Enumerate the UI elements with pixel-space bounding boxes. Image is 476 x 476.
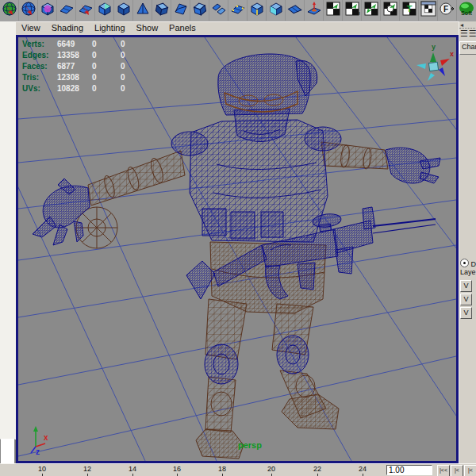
poly-count-hud: Verts:664900 Edges:1335800 Faces:687700 … bbox=[22, 39, 144, 94]
time-tick: 10 bbox=[34, 465, 50, 476]
time-slider[interactable]: 10 12 14 16 18 20 22 24 |<< |< |< bbox=[0, 463, 476, 476]
shelf-icon-poly-face[interactable] bbox=[267, 0, 286, 21]
radio-icon bbox=[460, 259, 469, 267]
planes-icon bbox=[211, 1, 227, 17]
shelf-icon-uv-checker-circle[interactable] bbox=[381, 0, 400, 21]
shelf-icon-poly-vertices[interactable] bbox=[228, 0, 248, 21]
time-tick: 14 bbox=[125, 465, 140, 476]
menu-view[interactable]: View bbox=[16, 22, 46, 33]
layer-row: V bbox=[460, 280, 476, 292]
go-to-start-button[interactable]: |<< bbox=[437, 465, 450, 476]
channels-tab[interactable]: Chan bbox=[459, 41, 476, 55]
right-hand bbox=[386, 148, 440, 183]
soft-label: Soft bbox=[461, 10, 472, 16]
step-back-frame-button[interactable]: |< bbox=[464, 465, 476, 476]
cube-icon bbox=[97, 1, 113, 17]
checker-icon: Map bbox=[344, 1, 360, 17]
menu-panels[interactable]: Panels bbox=[163, 22, 202, 33]
perspective-viewport[interactable]: Verts:664900 Edges:1335800 Faces:687700 … bbox=[16, 35, 459, 463]
current-frame-field[interactable] bbox=[386, 465, 432, 475]
left-shoulder-pad bbox=[171, 132, 208, 155]
front-sight bbox=[363, 207, 375, 229]
edges-icon bbox=[249, 1, 265, 17]
plane-icon bbox=[287, 1, 303, 17]
checker-icon bbox=[363, 1, 379, 17]
scope-mount bbox=[320, 224, 332, 232]
shelf-icon-poly-cube-dark[interactable] bbox=[152, 0, 171, 21]
checker-icon bbox=[325, 1, 341, 17]
layer-visibility-toggle[interactable]: V bbox=[460, 307, 472, 319]
svg-text:T: T bbox=[406, 4, 412, 13]
extrude-icon bbox=[306, 1, 322, 17]
display-radio-row[interactable]: D bbox=[459, 258, 476, 268]
pistol-grip bbox=[298, 263, 315, 290]
compass-x-label: x bbox=[450, 50, 454, 58]
hud-row-verts: Verts:664900 bbox=[22, 39, 144, 50]
layers-label: Laye bbox=[459, 268, 476, 278]
cube-icon bbox=[40, 1, 56, 17]
soldier-model bbox=[33, 54, 440, 459]
sphere-icon bbox=[2, 1, 17, 17]
layer-row: V bbox=[460, 294, 476, 305]
shelf-icon-poly-plane-tilt[interactable] bbox=[286, 0, 305, 21]
hud-row-edges: Edges:1335800 bbox=[22, 50, 144, 61]
right-boot bbox=[282, 394, 339, 429]
shelf-icon-poly-cube-flat[interactable] bbox=[190, 0, 209, 21]
menu-show[interactable]: Show bbox=[131, 22, 164, 33]
step-back-key-button[interactable]: |< bbox=[451, 465, 463, 476]
camera-label: persp bbox=[238, 440, 262, 450]
shelf-icon-poly-cube[interactable] bbox=[95, 0, 114, 21]
shelf-icon-poly-pyramid[interactable] bbox=[133, 0, 152, 21]
checker-icon bbox=[420, 1, 436, 17]
shelf-icon-poly-prism[interactable] bbox=[114, 0, 133, 21]
hud-row-faces: Faces:687700 bbox=[22, 61, 144, 72]
checker-icon bbox=[382, 1, 398, 17]
shelf-icon-uv-checker-text[interactable]: T bbox=[400, 0, 419, 21]
shelf-icon-soft-mod[interactable]: Soft bbox=[457, 0, 475, 21]
channel-box-toolbar-icons[interactable]: ☰☰ bbox=[459, 29, 476, 41]
shelf-icon-uv-checker-assign[interactable]: Map bbox=[343, 0, 362, 21]
layer-row: V bbox=[460, 307, 476, 319]
svg-text:Map: Map bbox=[352, 10, 360, 15]
shelf-icon-nurbs-sphere-green[interactable] bbox=[0, 0, 19, 21]
time-tick: 24 bbox=[355, 465, 370, 476]
right-shoulder-pad bbox=[305, 127, 341, 151]
shelf-toolbar: MapTSoft bbox=[0, 0, 476, 22]
shelf-icon-poly-sphere[interactable] bbox=[19, 0, 38, 21]
maya-window: F MapTSoft ViewShadingLightingShowPanels bbox=[0, 0, 476, 476]
shelf-icon-poly-plane-pair[interactable] bbox=[209, 0, 228, 21]
plane-icon bbox=[78, 1, 94, 17]
compass-y-label: y bbox=[432, 43, 436, 51]
view-compass[interactable]: y x bbox=[410, 41, 456, 87]
channel-box-panel: ◂ ☰☰ Chan D Laye V V V bbox=[459, 21, 476, 463]
shelf-icon-uv-checker-window[interactable] bbox=[419, 0, 438, 21]
shelf-icon-poly-plane[interactable] bbox=[57, 0, 76, 21]
shelf-icon-uv-checker-cut[interactable] bbox=[362, 0, 381, 21]
cube-icon bbox=[154, 1, 170, 17]
layer-visibility-toggle[interactable]: V bbox=[460, 280, 472, 292]
shelf-icon-poly-cube-open[interactable] bbox=[171, 0, 190, 21]
checker-icon: T bbox=[401, 1, 417, 17]
shelf-icon-poly-extrude-axis[interactable] bbox=[305, 0, 324, 21]
plane-icon bbox=[59, 1, 75, 17]
soft-mod-icon: Soft bbox=[458, 1, 475, 17]
layer-visibility-toggle[interactable]: V bbox=[460, 294, 472, 305]
menu-shading[interactable]: Shading bbox=[46, 22, 89, 33]
axis-x-label: x bbox=[44, 433, 48, 442]
menu-lighting[interactable]: Lighting bbox=[89, 22, 131, 33]
shelf-icon-uv-checker-map[interactable] bbox=[324, 0, 343, 21]
shelf-icon-poly-plane-select[interactable] bbox=[76, 0, 95, 21]
hud-row-uvs: UVs:1082800 bbox=[22, 83, 144, 94]
shelf-icon-poly-edges[interactable] bbox=[248, 0, 267, 21]
sphere-icon bbox=[21, 1, 36, 17]
foregrip bbox=[336, 247, 353, 274]
f-icon bbox=[440, 1, 455, 17]
pyramid-icon bbox=[135, 1, 151, 17]
panel-collapse-handle[interactable]: ◂ bbox=[459, 21, 476, 29]
shelf-icon-subdiv-proxy-cube[interactable] bbox=[38, 0, 57, 21]
cube-icon bbox=[192, 1, 208, 17]
prism-icon bbox=[116, 1, 132, 17]
left-shin bbox=[205, 377, 236, 432]
time-tick: 18 bbox=[214, 465, 230, 476]
shelf-icon-history-f[interactable] bbox=[438, 0, 457, 21]
